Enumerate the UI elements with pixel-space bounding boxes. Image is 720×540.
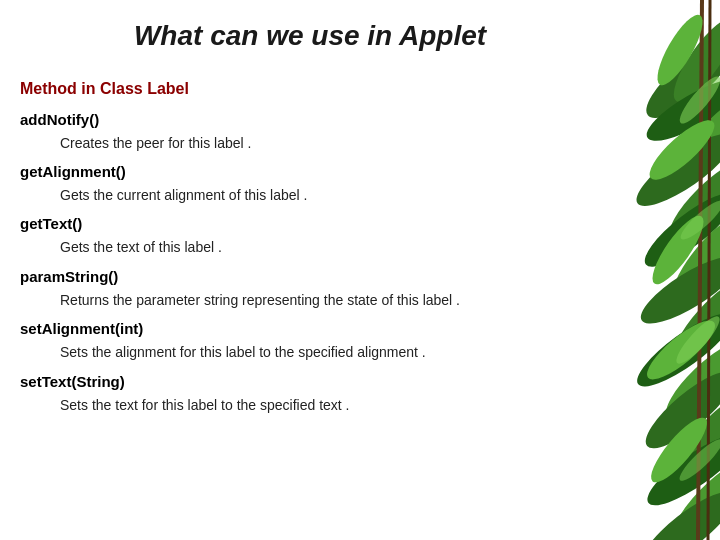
method-name: addNotify() xyxy=(20,108,600,132)
method-description: Returns the parameter string representin… xyxy=(20,289,600,311)
methods-container: addNotify()Creates the peer for this lab… xyxy=(20,108,600,416)
content-area: What can we use in Applet Method in Clas… xyxy=(0,0,620,540)
page-title: What can we use in Applet xyxy=(20,20,600,52)
method-description: Gets the text of this label . xyxy=(20,236,600,258)
method-name: setAlignment(int) xyxy=(20,317,600,341)
method-list: Method in Class Label addNotify()Creates… xyxy=(20,76,600,416)
method-description: Sets the alignment for this label to the… xyxy=(20,341,600,363)
method-description: Creates the peer for this label . xyxy=(20,132,600,154)
section-heading: Method in Class Label xyxy=(20,76,600,102)
method-name: getAlignment() xyxy=(20,160,600,184)
method-description: Sets the text for this label to the spec… xyxy=(20,394,600,416)
method-description: Gets the current alignment of this label… xyxy=(20,184,600,206)
method-name: setText(String) xyxy=(20,370,600,394)
page-container: What can we use in Applet Method in Clas… xyxy=(0,0,720,540)
method-name: getText() xyxy=(20,212,600,236)
method-name: paramString() xyxy=(20,265,600,289)
plant-decoration xyxy=(590,0,720,540)
plant-svg xyxy=(590,0,720,540)
